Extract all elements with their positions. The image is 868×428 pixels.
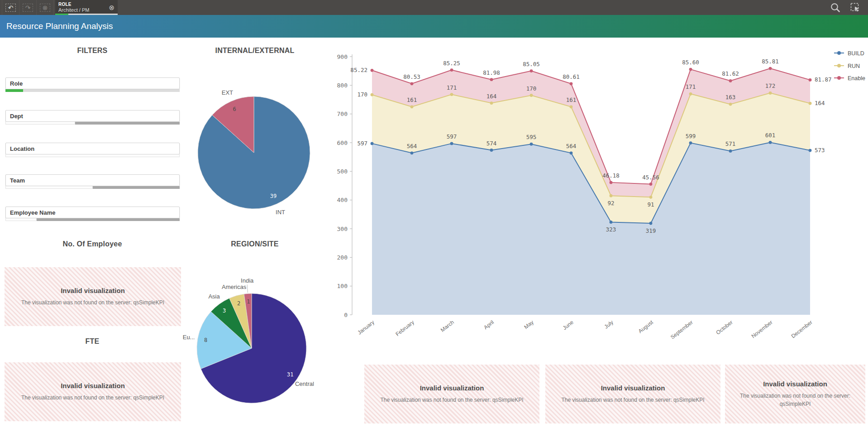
redo-icon[interactable]: ↷ [19, 0, 37, 15]
data-point-enable[interactable] [490, 78, 493, 81]
top-toolbar: ↶ ↷ ⊗ ROLE Architect / PM ⊗ [0, 0, 868, 15]
data-point-enable[interactable] [410, 82, 414, 85]
filter-role[interactable]: Role [5, 77, 180, 92]
invalid-visualization-no-of-employee: Invalid visualization The visualization … [5, 267, 181, 326]
filter-employee-name[interactable]: Employee Name [5, 207, 180, 221]
data-label: 172 [765, 82, 776, 89]
data-label: 85.25 [443, 60, 460, 67]
filter-location[interactable]: Location [5, 143, 180, 157]
data-point-enable[interactable] [371, 69, 374, 72]
data-point-run[interactable] [530, 94, 533, 97]
data-point-build[interactable] [570, 151, 573, 154]
filter-label: Employee Name [10, 209, 55, 216]
remove-selection-icon[interactable]: ⊗ [109, 4, 114, 12]
data-point-enable[interactable] [689, 68, 692, 71]
data-point-run[interactable] [610, 194, 613, 197]
data-label: 323 [606, 226, 616, 233]
data-point-enable[interactable] [809, 78, 812, 82]
data-point-build[interactable] [530, 143, 533, 146]
x-axis-label: July [603, 319, 614, 330]
x-axis-label: June [562, 319, 575, 331]
data-point-enable[interactable] [450, 68, 453, 72]
legend-label: RUN [848, 63, 860, 69]
clear-selections-glyph: ⊗ [40, 4, 50, 12]
data-point-run[interactable] [649, 196, 653, 199]
data-point-run[interactable] [769, 91, 772, 95]
pie-value-label: 6 [233, 106, 236, 112]
x-axis-label: November [750, 319, 774, 339]
y-tick-label: 700 [337, 111, 348, 117]
undo-glyph: ↶ [5, 4, 16, 12]
data-point-build[interactable] [450, 142, 453, 145]
stacked-area-chart: 0100200300400500600700800900597564597574… [337, 50, 865, 341]
data-point-run[interactable] [490, 101, 493, 105]
data-label: 81.87 [815, 76, 832, 83]
y-tick-label: 100 [337, 283, 348, 289]
data-point-build[interactable] [769, 141, 772, 144]
pie-value-label: 39 [270, 193, 277, 199]
data-point-run[interactable] [689, 92, 692, 96]
pie-value-label: 31 [287, 371, 293, 378]
selection-state-bar [5, 186, 180, 189]
data-label: 92 [607, 200, 614, 207]
data-point-enable[interactable] [570, 82, 573, 85]
data-point-build[interactable] [490, 149, 493, 152]
invalid-viz-message: The visualization was not found on the s… [371, 396, 532, 404]
x-axis-label: February [394, 319, 415, 337]
data-point-enable[interactable] [649, 183, 653, 186]
undo-icon[interactable]: ↶ [2, 0, 19, 15]
invalid-viz-message: The visualization was not found on the s… [12, 394, 173, 402]
search-icon[interactable] [830, 2, 841, 13]
region-site-heading: REGION/SITE [187, 240, 323, 248]
legend-item-run[interactable]: RUN [834, 63, 860, 69]
data-label: 573 [815, 147, 825, 154]
data-point-build[interactable] [410, 151, 414, 154]
data-point-run[interactable] [450, 93, 453, 96]
data-point-build[interactable] [809, 149, 812, 152]
data-point-enable[interactable] [769, 67, 772, 70]
dashboard-canvas: INT39EXT6Central31Eu...8Asia3Americas2In… [0, 38, 868, 428]
selection-chip-role[interactable]: ROLE Architect / PM ⊗ [55, 0, 118, 15]
legend-item-build[interactable]: BUILD [834, 50, 864, 57]
data-point-build[interactable] [689, 141, 692, 144]
data-label: 46.18 [602, 172, 620, 179]
data-point-run[interactable] [410, 105, 414, 108]
invalid-visualization-fte: Invalid visualization The visualization … [5, 362, 181, 421]
data-point-enable[interactable] [530, 69, 533, 72]
data-point-enable[interactable] [610, 181, 613, 184]
internal-external-heading: INTERNAL/EXTERNAL [187, 47, 323, 55]
sheet-title-bar: Resource Planning Analysis [0, 15, 868, 38]
data-label: 81.62 [722, 70, 739, 77]
data-point-run[interactable] [729, 103, 732, 106]
legend-label: BUILD [848, 50, 864, 57]
data-point-build[interactable] [371, 142, 374, 145]
selection-state-bar [5, 218, 180, 221]
filter-team[interactable]: Team [5, 174, 180, 189]
clear-selections-icon[interactable]: ⊗ [37, 0, 54, 15]
no-of-employee-heading: No. Of Employee [5, 240, 180, 248]
data-point-run[interactable] [809, 102, 812, 105]
x-axis-label: September [669, 319, 694, 340]
data-label: 80.61 [563, 73, 580, 80]
data-point-run[interactable] [570, 105, 573, 108]
y-tick-label: 600 [337, 139, 348, 146]
selections-tool-icon[interactable] [850, 2, 861, 13]
y-tick-label: 200 [337, 254, 348, 261]
selection-tools: ↶ ↷ ⊗ [0, 0, 54, 15]
selection-chip-text: ROLE Architect / PM [58, 2, 89, 13]
filters-heading: FILTERS [5, 47, 180, 55]
data-label: 564 [566, 143, 577, 149]
data-point-build[interactable] [610, 221, 613, 224]
legend-item-enable[interactable]: Enable [834, 75, 865, 82]
pie-dim-label: India [241, 277, 254, 284]
data-point-build[interactable] [729, 149, 732, 153]
data-label: 171 [686, 83, 696, 90]
data-point-build[interactable] [649, 222, 653, 225]
data-point-run[interactable] [371, 93, 374, 96]
data-label: 161 [407, 96, 417, 103]
data-point-enable[interactable] [729, 79, 732, 82]
filter-dept[interactable]: Dept [5, 110, 180, 125]
x-axis-label: December [790, 319, 814, 339]
invalid-viz-message: The visualization was not found on the s… [552, 396, 713, 404]
invalid-viz-message: The visualization was not found on the s… [725, 392, 865, 408]
